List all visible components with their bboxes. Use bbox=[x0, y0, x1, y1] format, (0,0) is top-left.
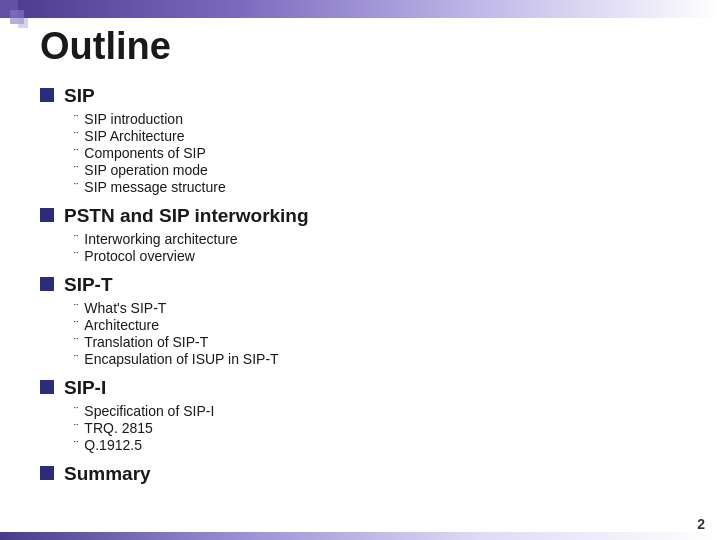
page-number: 2 bbox=[697, 516, 705, 532]
sub-item-label: Encapsulation of ISUP in SIP-T bbox=[84, 351, 278, 367]
section-sipi: SIP-I ¨ Specification of SIP-I ¨ TRQ. 28… bbox=[40, 377, 690, 453]
sub-bullet-icon: ¨ bbox=[74, 249, 78, 264]
sub-bullet-icon: ¨ bbox=[74, 335, 78, 350]
section-sipi-subitems: ¨ Specification of SIP-I ¨ TRQ. 2815 ¨ Q… bbox=[74, 403, 690, 453]
sub-item-label: TRQ. 2815 bbox=[84, 420, 152, 436]
sub-item-label: Architecture bbox=[84, 317, 159, 333]
section-pstn-header: PSTN and SIP interworking bbox=[40, 205, 690, 227]
sub-bullet-icon: ¨ bbox=[74, 301, 78, 316]
main-bullet-icon bbox=[40, 380, 54, 394]
list-item: ¨ Protocol overview bbox=[74, 248, 690, 264]
list-item: ¨ Components of SIP bbox=[74, 145, 690, 161]
sub-bullet-icon: ¨ bbox=[74, 438, 78, 453]
list-item: ¨ Q.1912.5 bbox=[74, 437, 690, 453]
corner-decoration bbox=[0, 0, 35, 35]
list-item: ¨ SIP operation mode bbox=[74, 162, 690, 178]
list-item: ¨ SIP introduction bbox=[74, 111, 690, 127]
sub-item-label: Q.1912.5 bbox=[84, 437, 142, 453]
section-summary: Summary bbox=[40, 463, 690, 485]
list-item: ¨ Specification of SIP-I bbox=[74, 403, 690, 419]
section-summary-header: Summary bbox=[40, 463, 690, 485]
main-content: SIP ¨ SIP introduction ¨ SIP Architectur… bbox=[40, 85, 690, 510]
list-item: ¨ Interworking architecture bbox=[74, 231, 690, 247]
sub-item-label: Translation of SIP-T bbox=[84, 334, 208, 350]
main-bullet-icon bbox=[40, 88, 54, 102]
sub-bullet-icon: ¨ bbox=[74, 112, 78, 127]
sub-bullet-icon: ¨ bbox=[74, 404, 78, 419]
main-bullet-icon bbox=[40, 277, 54, 291]
sub-item-label: SIP operation mode bbox=[84, 162, 208, 178]
sub-item-label: SIP Architecture bbox=[84, 128, 184, 144]
section-sip: SIP ¨ SIP introduction ¨ SIP Architectur… bbox=[40, 85, 690, 195]
sub-item-label: Components of SIP bbox=[84, 145, 205, 161]
list-item: ¨ Architecture bbox=[74, 317, 690, 333]
list-item: ¨ Encapsulation of ISUP in SIP-T bbox=[74, 351, 690, 367]
sub-item-label: What's SIP-T bbox=[84, 300, 166, 316]
sub-bullet-icon: ¨ bbox=[74, 352, 78, 367]
section-pstn-subitems: ¨ Interworking architecture ¨ Protocol o… bbox=[74, 231, 690, 264]
section-sip-header: SIP bbox=[40, 85, 690, 107]
sub-item-label: Specification of SIP-I bbox=[84, 403, 214, 419]
list-item: ¨ SIP Architecture bbox=[74, 128, 690, 144]
sub-bullet-icon: ¨ bbox=[74, 421, 78, 436]
list-item: ¨ TRQ. 2815 bbox=[74, 420, 690, 436]
top-decorative-bar bbox=[0, 0, 720, 18]
sub-item-label: Protocol overview bbox=[84, 248, 195, 264]
section-summary-label: Summary bbox=[64, 463, 151, 485]
sub-item-label: SIP introduction bbox=[84, 111, 183, 127]
sub-bullet-icon: ¨ bbox=[74, 318, 78, 333]
section-pstn: PSTN and SIP interworking ¨ Interworking… bbox=[40, 205, 690, 264]
section-sipt-header: SIP-T bbox=[40, 274, 690, 296]
sub-item-label: SIP message structure bbox=[84, 179, 225, 195]
sub-bullet-icon: ¨ bbox=[74, 232, 78, 247]
section-sip-label: SIP bbox=[64, 85, 95, 107]
section-sip-subitems: ¨ SIP introduction ¨ SIP Architecture ¨ … bbox=[74, 111, 690, 195]
main-bullet-icon bbox=[40, 208, 54, 222]
sub-bullet-icon: ¨ bbox=[74, 146, 78, 161]
sub-bullet-icon: ¨ bbox=[74, 163, 78, 178]
list-item: ¨ Translation of SIP-T bbox=[74, 334, 690, 350]
section-sipi-header: SIP-I bbox=[40, 377, 690, 399]
section-sipi-label: SIP-I bbox=[64, 377, 106, 399]
section-sipt-label: SIP-T bbox=[64, 274, 113, 296]
list-item: ¨ SIP message structure bbox=[74, 179, 690, 195]
sub-bullet-icon: ¨ bbox=[74, 180, 78, 195]
sub-bullet-icon: ¨ bbox=[74, 129, 78, 144]
section-sipt-subitems: ¨ What's SIP-T ¨ Architecture ¨ Translat… bbox=[74, 300, 690, 367]
section-pstn-label: PSTN and SIP interworking bbox=[64, 205, 309, 227]
section-sipt: SIP-T ¨ What's SIP-T ¨ Architecture ¨ Tr… bbox=[40, 274, 690, 367]
list-item: ¨ What's SIP-T bbox=[74, 300, 690, 316]
main-bullet-icon bbox=[40, 466, 54, 480]
sub-item-label: Interworking architecture bbox=[84, 231, 237, 247]
page-title: Outline bbox=[40, 25, 171, 68]
bottom-decorative-bar bbox=[0, 532, 720, 540]
